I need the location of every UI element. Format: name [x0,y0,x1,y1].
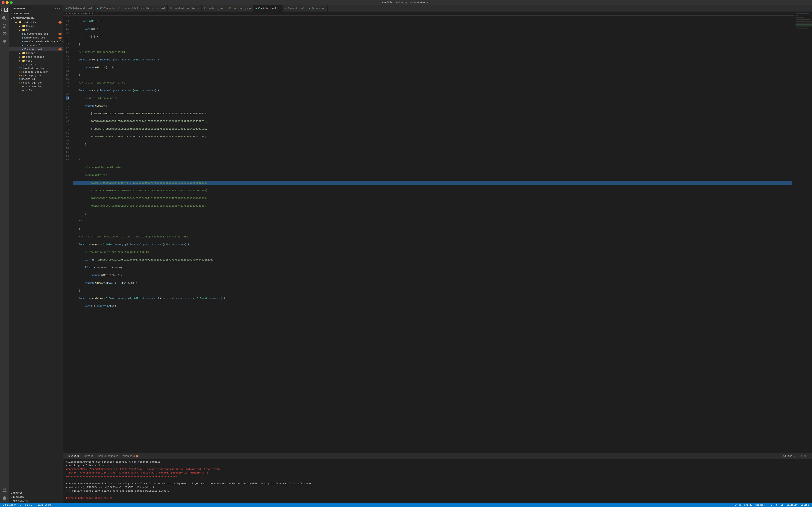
svg-rect-24 [796,29,810,29]
terminal-tab-debug[interactable]: DEBUG CONSOLE [96,453,120,459]
sidebar-item-package-lock[interactable]: {} package-lock.json [9,70,63,74]
timeline-title[interactable]: ▶ TIMELINE [9,495,63,499]
project-title[interactable]: ▼ OPTIMISM-TUTORIAL [9,16,63,20]
problems-badge: 5 [136,455,138,457]
status-live-share[interactable]: ↗ Live Share [35,504,53,506]
sidebar-item-tsconfig[interactable]: {} tsconfig.json [9,81,63,84]
sidebar-item-readme[interactable]: M README.md [9,77,63,81]
terminal-line: tylergoodman@Tylers-MBP optimism-tutoria… [66,460,809,464]
sidebar-item-mocks[interactable]: ▶ 📁 Mocks [9,24,63,28]
tab-hasher-json[interactable]: {} Hasher.json [202,5,226,12]
sol-file-icon: ◆ [22,33,23,35]
sol-icon: ◆ [309,7,310,9]
explorer-icon[interactable]:  [1,6,8,13]
file-icon: ◻ [19,89,20,92]
main-split: ◆ ERC20Tornado.sol ◆ ATHTornado.sol ◆ Me… [63,5,812,503]
sidebar-item-verifier[interactable]: ◆ Verifier.sol 1 [9,47,63,51]
tab-erc20tornado[interactable]: ◆ ERC20Tornado.sol [63,5,95,12]
svg-rect-2 [796,14,805,14]
debug-icon[interactable] [1,30,8,38]
status-language[interactable]: Solidity [785,504,799,506]
settings-icon[interactable] [1,495,8,502]
sidebar-item-hardhat-config[interactable]: TS hardhat.config.ts [9,66,63,70]
status-sync[interactable]: ↻ [18,504,22,506]
tab-tornado-sol[interactable]: ◆ Tornado.sol [283,5,307,12]
sol-file-icon: ◆ [22,48,23,51]
file-icon: ◻ [19,63,20,66]
traffic-lights [2,1,13,4]
close-panel-icon[interactable]: ✕ [809,454,810,458]
terminal-line: ^ (Relevant source part starts here and … [66,489,809,493]
tab-verifier-sol[interactable]: ◆ Verifier.sol ✕ [253,5,283,12]
json-file-icon: {} [19,71,22,73]
sol-file-icon: ◆ [22,44,23,47]
accounts-icon[interactable] [1,486,8,494]
code-lines[interactable]: 2021222324 2526272829 3031323334 3536373… [63,16,794,453]
split-terminal-icon[interactable]: ⊟ [801,454,803,458]
error-icon: ⊗ [25,504,26,506]
svg-rect-21 [796,27,812,27]
sidebar-item-node-modules[interactable]: ▶ 📁 node_modules [9,55,63,59]
svg-rect-22 [796,27,798,28]
terminal-tab-problems[interactable]: PROBLEMS5 [120,453,141,459]
terminal-controls: 1: zsh ▾ + ⊟ 🗑 ✕ [783,454,810,458]
status-errors[interactable]: ⊗ 5 ⚠ 0 [23,504,34,506]
tab-hardhat-config[interactable]: TS hardhat.config.ts [168,5,202,12]
sidebar-more-icon[interactable]: ··· [55,7,61,10]
shell-selector[interactable]: 1: zsh ▾ [783,454,796,458]
outline-title[interactable]: ▶ OUTLINE [9,491,63,495]
code-content[interactable]: struct G2Point { uint[2] X; uint[2] Y; }… [71,16,794,453]
sol-icon: ◆ [285,7,286,9]
minimize-button[interactable] [6,1,9,4]
terminal-tab-output[interactable]: OUTPUT [82,453,96,459]
terminal-tab-terminal[interactable]: TERMINAL [65,453,82,459]
source-control-icon[interactable] [1,22,8,30]
sidebar-item-contracts[interactable]: ▶ 📁 contracts ● [9,20,63,24]
sidebar-item-merkletree[interactable]: ◆ MerkleTreeWithHistory.sol 1 [9,40,63,44]
sidebar-item-hasher[interactable]: ▶ 📁 Hasher [9,51,63,55]
trash-terminal-icon[interactable]: 🗑 [804,454,807,458]
tab-package-json[interactable]: {} package.json [227,5,253,12]
tab-reentranc[interactable]: ◆ Reentranc [307,5,328,12]
sidebar-item-erc20tornado[interactable]: ◆ ERC20Tornado.sol 1 [9,32,63,36]
sidebar-item-oz[interactable]: ▶ 📁 OZ [9,28,63,32]
arrow-icon: ▶ [11,13,12,15]
npm-scripts-title[interactable]: ▶ NPM SCRIPTS [9,499,63,503]
search-icon[interactable] [1,14,8,22]
status-position[interactable]: Ln 41, Col 28 [733,504,754,506]
tab-merkletree[interactable]: ◆ MerkleTreeWithHistory.sol [123,5,168,12]
status-eol[interactable]: LF [779,504,785,506]
sidebar-item-yarn-lock[interactable]: ◻ yarn.lock [9,89,63,92]
sidebar-item-test[interactable]: ▶ 📁 test [9,59,63,63]
tab-athtornado[interactable]: ◆ ATHTornado.sol [95,5,123,12]
close-tab-icon[interactable]: ✕ [277,7,281,10]
sol-icon: ◆ [97,7,98,9]
terminal-panel: TERMINAL OUTPUT DEBUG CONSOLE PROBLEMS5 … [63,453,812,503]
new-terminal-icon[interactable]: + [797,454,799,458]
ts-icon: TS [170,7,172,9]
status-spaces[interactable]: Spaces: 4 [754,504,769,506]
svg-rect-11 [796,20,808,20]
sidebar-item-tornado[interactable]: ◆ Tornado.sol [9,44,63,47]
svg-rect-20 [796,26,812,26]
svg-rect-18 [796,24,812,25]
status-encoding[interactable]: UTF-8 [769,504,779,506]
sidebar-item-ethtornado[interactable]: ◆ ETHTornado.sol 1 [9,36,63,40]
maximize-button[interactable] [10,1,13,4]
status-branch[interactable]: ⎇ Live Share twister [2,504,17,506]
svg-rect-8 [796,18,798,18]
statusbar: ⎇ Live Share twister ↻ ⊗ 5 ⚠ 0 ↗ Live Sh… [0,503,812,507]
code-editor[interactable]: contracts › Verifier.sol 2021222324 2526… [63,12,794,453]
file-icon: ◻ [19,85,20,88]
sidebar-item-package-json[interactable]: {} package.json [9,74,63,77]
status-eslint[interactable]: ESLint [799,504,810,506]
sidebar-item-gitignore[interactable]: ◻ .gitignore [9,63,63,66]
sidebar: EXPLORER ··· ▶ OPEN EDITORS ▼ OPTIMISM-T… [9,5,63,503]
sidebar-item-yarn-error[interactable]: ◻ yarn-error.log [9,84,63,89]
extensions-icon[interactable] [1,39,8,46]
window-title: Verifier.sol — optimism-tutorial [382,1,430,4]
sol-icon: ◆ [66,7,67,9]
terminal-content[interactable]: tylergoodman@Tylers-MBP optimism-tutoria… [63,459,812,503]
open-editors-title[interactable]: ▶ OPEN EDITORS [9,12,63,16]
close-button[interactable] [2,1,5,4]
